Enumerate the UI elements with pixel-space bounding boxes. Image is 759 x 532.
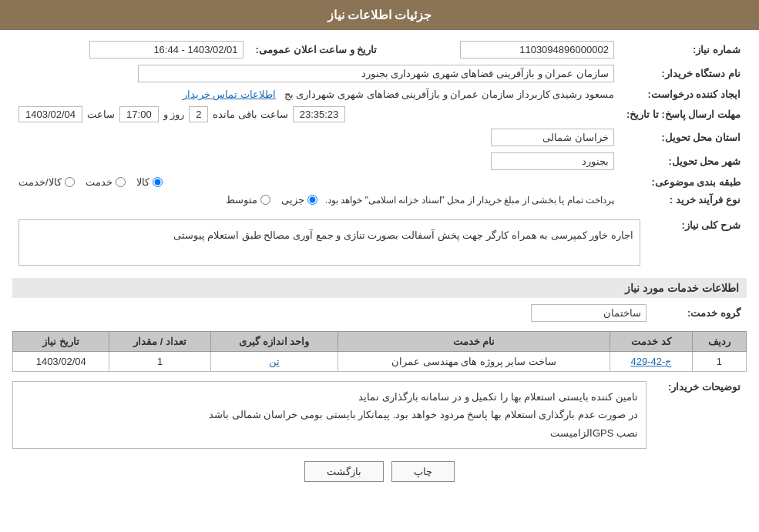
announce-value: 1403/02/01 - 16:44 <box>89 41 243 59</box>
category-khidmat[interactable]: خدمت <box>86 176 126 188</box>
buyer-notes-value: تامین کننده بایستی استعلام بها را تکمیل … <box>12 381 646 449</box>
time-value: 17:00 <box>119 106 159 122</box>
col-name: نام خدمت <box>338 332 610 352</box>
col-date: تاریخ نیاز <box>13 332 109 352</box>
cell-unit: تن <box>210 352 338 372</box>
buyer-notes-label: توضیحات خریدار: <box>646 378 747 396</box>
category-kala-khidmat[interactable]: کالا/خدمت <box>18 176 75 188</box>
services-table: ردیف کد خدمت نام خدمت واحد اندازه گیری ت… <box>12 331 747 372</box>
date-value: 1403/02/04 <box>18 106 82 122</box>
buyer-org-label: نام دستگاه خریدار: <box>620 62 747 85</box>
col-quantity: تعداد / مقدار <box>109 332 210 352</box>
category-kala-khidmat-radio[interactable] <box>65 177 75 187</box>
creator-label: ایجاد کننده درخواست: <box>620 85 747 103</box>
back-button[interactable]: بازگشت <box>304 461 384 482</box>
services-section-title: اطلاعات خدمات مورد نیاز <box>12 278 747 298</box>
province-value: خراسان شمالی <box>491 129 614 146</box>
category-kala[interactable]: کالا <box>136 176 163 188</box>
city-value: بجنورد <box>491 152 614 170</box>
remaining-time: 23:35:23 <box>293 106 346 122</box>
time-label: ساعت <box>87 109 115 120</box>
category-khidmat-radio[interactable] <box>116 177 126 187</box>
process-mutavasit-radio[interactable] <box>260 195 270 205</box>
service-group-value: ساختمان <box>531 304 646 322</box>
category-khidmat-label: خدمت <box>86 176 113 188</box>
creator-value: مسعود رشیدی کاربرداز سازمان عمران و بازآ… <box>284 89 614 100</box>
remaining-label: ساعت باقی مانده <box>213 109 287 120</box>
deadline-label: مهلت ارسال پاسخ: تا تاریخ: <box>620 103 747 125</box>
process-mutavasit-label: متوسط <box>226 194 257 206</box>
cell-code: ج-42-429 <box>610 352 692 372</box>
process-note: پرداخت تمام یا بخشی از مبلغ خریدار از مح… <box>325 195 614 206</box>
cell-row: 1 <box>692 352 746 372</box>
process-mutavasit[interactable]: متوسط <box>226 194 270 206</box>
category-kala-radio[interactable] <box>153 177 163 187</box>
col-code: کد خدمت <box>610 332 692 352</box>
category-label: طبقه بندی موضوعی: <box>620 173 747 191</box>
city-label: شهر محل تحویل: <box>620 149 747 173</box>
creator-contact-link[interactable]: اطلاعات تماس خریدار <box>183 89 276 100</box>
cell-quantity: 1 <box>109 352 210 372</box>
cell-date: 1403/02/04 <box>13 352 109 372</box>
need-number-label: شماره نیاز: <box>620 38 747 62</box>
day-label: روز و <box>163 109 185 120</box>
category-kala-khidmat-label: کالا/خدمت <box>18 176 62 188</box>
process-juzii[interactable]: جزیی <box>281 194 317 206</box>
process-juzii-radio[interactable] <box>307 195 317 205</box>
need-number-value: 1103094896000002 <box>460 41 614 59</box>
print-button[interactable]: چاپ <box>391 461 455 482</box>
process-label: نوع فرآیند خرید : <box>620 191 747 209</box>
province-label: استان محل تحویل: <box>620 125 747 149</box>
service-group-label: گروه خدمت: <box>646 304 747 322</box>
process-juzii-label: جزیی <box>281 194 304 206</box>
col-unit: واحد اندازه گیری <box>210 332 338 352</box>
page-title: جزئیات اطلاعات نیاز <box>0 0 759 30</box>
button-row: چاپ بازگشت <box>12 461 747 482</box>
description-label: شرح کلی نیاز: <box>646 213 747 272</box>
day-value: 2 <box>189 106 208 122</box>
cell-name: ساخت سایر پروژه های مهندسی عمران <box>338 352 610 372</box>
buyer-org-value: سازمان عمران و بازآفرینی فضاهای شهری شهر… <box>138 65 614 82</box>
category-kala-label: کالا <box>136 176 149 188</box>
col-row: ردیف <box>692 332 746 352</box>
table-row: 1 ج-42-429 ساخت سایر پروژه های مهندسی عم… <box>13 352 747 372</box>
announce-label: تاریخ و ساعت اعلان عمومی: <box>250 38 384 62</box>
description-value: اجاره خاور کمپرسی به همراه کارگر جهت پخش… <box>18 219 640 266</box>
